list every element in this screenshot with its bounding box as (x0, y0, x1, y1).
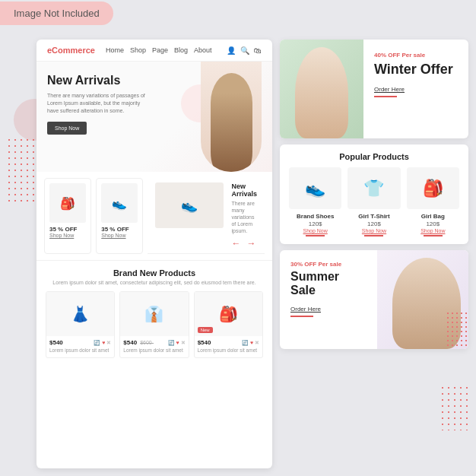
nav-shop[interactable]: Shop (130, 46, 146, 54)
brand-item-3: 🎒 New $540 🔄 ♥ ✖ Lorem ipsum dolor sit a… (194, 291, 263, 357)
brand-price-2: $540 $600- 🔄 ♥ ✖ (123, 339, 185, 346)
brand-item-info-2: $540 $600- 🔄 ♥ ✖ Lorem ipsum dolor sit a… (120, 336, 188, 357)
nav-about[interactable]: About (194, 46, 212, 54)
bag-icon: 🎒 (60, 196, 75, 211)
order-underline (374, 96, 397, 97)
pop-item-price-3: 120$ (407, 221, 459, 227)
bag-pop-icon: 🎒 (423, 179, 443, 198)
label-text: Image Not Included (14, 8, 100, 19)
winter-model-figure (295, 47, 348, 138)
navbar: eCommerce Home Shop Page Blog About 👤 🔍 … (36, 40, 272, 62)
brand-item-img-1: 👗 (46, 292, 114, 336)
tshirt-icon: 👕 (363, 179, 384, 198)
left-panel: eCommerce Home Shop Page Blog About 👤 🔍 … (36, 40, 272, 468)
pop-item-underline-1 (306, 235, 325, 236)
pop-item-shop-2[interactable]: Shop Now (347, 228, 400, 233)
shirt-icon: 👔 (144, 305, 163, 323)
winter-order-link[interactable]: Order Here (374, 86, 405, 93)
pop-item-img-3: 🎒 (407, 167, 459, 209)
summer-order-link[interactable]: Order Here (290, 306, 321, 313)
winter-card-image (280, 40, 363, 138)
brand-desc-3: Lorem ipsum dolor sit amet (198, 347, 259, 354)
product-card-1: 🎒 35 % OFF Shop Now (44, 178, 91, 254)
summer-order-underline (290, 316, 313, 317)
brand-price-3: $540 🔄 ♥ ✖ (198, 339, 259, 346)
price-1: $540 (49, 339, 63, 346)
brand-item-img-2: 👔 (120, 292, 188, 336)
winter-offer-card: 40% OFF Per sale Winter Offer Order Here (280, 40, 468, 138)
brand-products-section: Brand New Products Lorem ipsum dolor sit… (36, 261, 272, 365)
image-label: Image Not Included (0, 2, 113, 25)
product-shop-2[interactable]: Shop Now (101, 233, 138, 238)
summer-sale-title: Summer Sale (290, 270, 367, 297)
pop-item-underline-3 (424, 235, 443, 236)
dress-icon: 👗 (71, 305, 90, 323)
main-container: eCommerce Home Shop Page Blog About 👤 🔍 … (36, 40, 468, 468)
hero-model-image (201, 62, 262, 172)
hero-description: There are many variations of passages of… (47, 92, 146, 114)
item-icons-2: 🔄 ♥ ✖ (168, 340, 186, 346)
pop-item-2: 👕 Girl T-Shirt 120$ Shop Now (347, 167, 400, 236)
winter-off-label: 40% OFF Per sale (374, 52, 458, 59)
nav-page[interactable]: Page (152, 46, 168, 54)
model-figure (211, 73, 252, 172)
brand-item-info-1: $540 🔄 ♥ ✖ Lorem ipsum dolor sit amet (46, 336, 114, 357)
product-img-2: 👟 (101, 183, 138, 223)
summer-sale-card: 30% OFF Per sale Summer Sale Order Here (280, 250, 468, 349)
new-arrivals-title: New Arrivals (231, 182, 257, 198)
prev-arrow[interactable]: ← (231, 238, 240, 249)
pop-item-3: 🎒 Girl Bag 120$ Shop Now (407, 167, 459, 236)
winter-card-content: 40% OFF Per sale Winter Offer Order Here (363, 40, 468, 138)
pop-item-underline-2 (364, 235, 383, 236)
shoes-icon: 👟 (305, 179, 325, 198)
new-arrivals-img: 👟 (155, 182, 224, 228)
summer-dots-decoration (446, 311, 468, 349)
hero-section: New Arrivals There are many variations o… (36, 62, 272, 172)
new-arrivals-side: 👟 New Arrivals There are many variations… (148, 178, 265, 254)
brand-desc-1: Lorem ipsum dolor sit amet (49, 347, 111, 354)
pop-item-img-2: 👕 (347, 167, 400, 209)
product-discount-1: 35 % OFF (49, 226, 86, 233)
user-icon[interactable]: 👤 (227, 46, 236, 55)
pop-item-price-2: 120$ (347, 221, 400, 227)
pop-item-name-2: Girl T-Shirt (347, 213, 400, 220)
product-card-2: 👟 35 % OFF Shop Now (96, 178, 143, 254)
pop-grid: 👟 Brand Shoes 120$ Shop Now 👕 Girl T-Shi… (289, 167, 459, 236)
brand-item-1: 👗 $540 🔄 ♥ ✖ Lorem ipsum dolor sit amet (46, 291, 115, 357)
navbar-icons: 👤 🔍 🛍 (227, 46, 262, 55)
pop-item-shop-1[interactable]: Shop Now (289, 228, 341, 233)
pop-item-name-3: Girl Bag (407, 213, 459, 220)
product-img-1: 🎒 (49, 183, 86, 223)
products-row: 🎒 35 % OFF Shop Now 👟 35 % OFF Shop Now … (36, 172, 272, 261)
nav-blog[interactable]: Blog (174, 46, 188, 54)
product-shop-1[interactable]: Shop Now (49, 233, 86, 238)
new-arrivals-card: 👟 New Arrivals There are many variations… (148, 178, 265, 254)
product-discount-2: 35 % OFF (101, 226, 138, 233)
brand-item-img-3: 🎒 New (195, 292, 262, 336)
backpack-icon: 🎒 (219, 305, 238, 323)
pop-item-name-1: Brand Shoes (289, 213, 341, 220)
brand-products-title: Brand New Products (46, 268, 263, 278)
brand-grid: 👗 $540 🔄 ♥ ✖ Lorem ipsum dolor sit amet … (46, 291, 263, 357)
search-icon[interactable]: 🔍 (240, 46, 249, 55)
pop-item-shop-3[interactable]: Shop Now (407, 228, 459, 233)
nav-arrows: ← → (231, 238, 257, 249)
brand-price-1: $540 🔄 ♥ ✖ (49, 339, 111, 346)
dots-left-decoration (6, 137, 36, 205)
hero-btn[interactable]: Shop Now (47, 122, 87, 135)
cart-icon[interactable]: 🛍 (254, 46, 262, 55)
next-arrow[interactable]: → (246, 238, 255, 249)
price-3: $540 (198, 339, 211, 346)
price-2: $540 (123, 339, 137, 346)
navbar-links: Home Shop Page Blog About (106, 46, 212, 54)
popular-products-section: Popular Products 👟 Brand Shoes 120$ Shop… (280, 144, 468, 244)
nav-home[interactable]: Home (106, 46, 124, 54)
new-arrivals-desc: There are many variations of Lorem ipsum… (231, 200, 257, 234)
brand-item-info-3: $540 🔄 ♥ ✖ Lorem ipsum dolor sit amet (195, 336, 262, 357)
pop-item-1: 👟 Brand Shoes 120$ Shop Now (289, 167, 341, 236)
popular-products-title: Popular Products (289, 152, 459, 161)
brand-item-2: 👔 $540 $600- 🔄 ♥ ✖ Lorem ipsum dolor sit… (119, 291, 189, 357)
navbar-brand: eCommerce (47, 46, 95, 55)
shoe-icon: 👟 (112, 196, 127, 211)
summer-card-content: 30% OFF Per sale Summer Sale Order Here (280, 250, 377, 349)
